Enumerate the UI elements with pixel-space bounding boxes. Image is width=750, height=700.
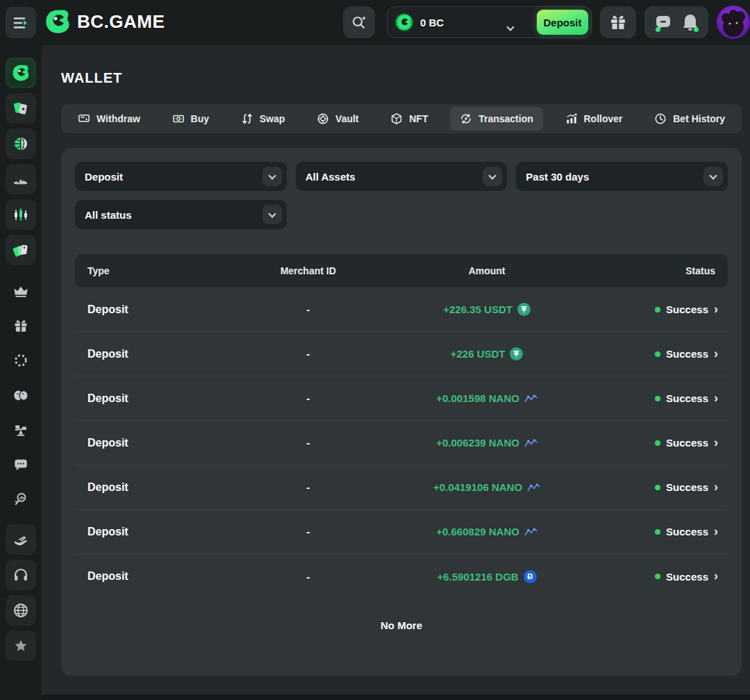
row-status[interactable]: Success › [588,437,728,449]
sidebar-item-staking[interactable] [6,415,36,445]
nano-coin-icon [524,436,538,449]
sidebar-item-lottery[interactable] [6,235,36,265]
sidebar-item-language[interactable] [6,595,36,626]
row-amount: +6.5901216 DGB Đ [386,570,588,583]
sidebar-toggle-button[interactable] [6,7,36,38]
tab-label: Swap [260,113,285,124]
row-merchant-id: - [231,526,386,538]
sidebar-item-support[interactable] [6,560,36,590]
chat-bubble-icon [13,457,28,472]
sidebar-item-favorites[interactable] [6,631,36,661]
row-status[interactable]: Success › [588,303,728,315]
asset-value: All Assets [306,171,356,183]
brand-name: BC.GAME [77,11,165,33]
row-amount: +0.0419106 NANO Đ [386,481,588,494]
success-dot-icon [655,307,660,312]
row-merchant-id: - [231,348,386,360]
success-dot-icon [655,574,660,579]
chevron-down-icon[interactable] [703,167,723,186]
row-status[interactable]: Success › [588,481,728,493]
table-row[interactable]: Deposit - +0.006239 NANO Đ Success › [75,421,728,465]
row-amount: +226.35 USDT Đ [386,303,588,316]
rollover-icon [565,112,578,125]
tab-label: Buy [191,113,209,124]
row-status-text: Success [666,571,708,583]
asset-dropdown[interactable]: All Assets [296,162,508,191]
chevron-down-icon[interactable] [262,205,282,224]
tab-withdraw[interactable]: Withdraw [68,107,150,131]
row-type: Deposit [75,570,231,583]
row-amount-value: +6.5901216 DGB [438,571,519,583]
user-avatar[interactable] [717,6,750,39]
chevron-down-icon[interactable] [262,167,282,186]
row-amount: +226 USDT Đ [386,347,588,360]
row-status[interactable]: Success › [588,571,728,583]
tab-transaction[interactable]: Transaction [450,107,543,131]
rewards-button[interactable] [600,6,636,38]
transaction-type-value: Deposit [85,171,123,183]
main-content: WALLET Withdraw Buy Swap Vault NFT [42,45,750,700]
bell-icon[interactable] [682,13,699,31]
chevron-right-icon: › [714,303,718,315]
tags-icon [12,242,29,258]
status-value: All status [85,209,132,221]
row-type: Deposit [75,526,231,538]
period-dropdown[interactable]: Past 30 days [516,162,728,191]
row-status-text: Success [666,526,708,538]
table-row[interactable]: Deposit - +6.5901216 DGB Đ Success › [75,554,728,599]
sidebar-item-spin[interactable] [6,345,36,376]
row-amount: +0.660829 NANO Đ [386,525,588,538]
column-type: Type [75,265,231,276]
sidebar-item-games[interactable] [6,380,36,410]
deposit-button[interactable]: Deposit [537,10,588,35]
row-amount-value: +0.001598 NANO [436,392,519,404]
period-value: Past 30 days [526,171,589,183]
sidebar-item-sponsorship[interactable] [6,524,36,555]
table-row[interactable]: Deposit - +226 USDT Đ Success › [75,332,728,376]
chevron-down-icon[interactable] [483,167,502,186]
table-row[interactable]: Deposit - +0.001598 NANO Đ Success › [75,376,728,421]
nano-coin-icon [527,481,540,494]
tab-vault[interactable]: Vault [307,107,368,131]
tab-rollover[interactable]: Rollover [556,107,633,131]
transaction-type-dropdown[interactable]: Deposit [75,162,287,191]
sidebar-item-bonus[interactable] [6,310,36,341]
chat-icon[interactable] [654,13,672,31]
sidebar-item-provably-fair[interactable] [6,484,36,515]
table-row[interactable]: Deposit - +226.35 USDT Đ Success › [75,288,728,332]
row-status[interactable]: Success › [588,348,728,360]
tab-bet-history[interactable]: Bet History [644,107,735,131]
tab-label: NFT [409,113,428,124]
hamburger-icon [13,17,28,29]
row-status[interactable]: Success › [588,526,728,538]
tab-buy[interactable]: Buy [162,107,219,131]
tab-swap[interactable]: Swap [231,107,295,131]
tab-nft[interactable]: NFT [381,107,438,131]
sidebar-item-sports[interactable] [6,128,36,159]
balance-selector[interactable]: 0 BC Deposit [387,6,592,38]
sidebar-item-vip[interactable] [6,276,36,306]
table-row[interactable]: Deposit - +0.660829 NANO Đ Success › [75,510,728,554]
dgb-symbol: Đ [527,572,533,581]
success-dot-icon [655,351,660,357]
sidebar-item-trading[interactable] [6,199,36,230]
row-status[interactable]: Success › [588,392,728,404]
sidebar-item-home[interactable] [6,58,36,88]
chevron-right-icon: › [714,481,718,493]
sidebar-item-casino[interactable] [6,93,36,124]
table-row[interactable]: Deposit - +0.0419106 NANO Đ Success › [75,465,728,510]
brand-logo[interactable]: BC.GAME [44,8,165,35]
app-window: BC.GAME 0 BC Deposit [0,0,750,700]
sidebar-item-forum[interactable] [6,449,36,480]
tab-label: Vault [335,113,358,124]
row-amount-value: +0.660829 NANO [436,526,519,538]
swap-icon [241,112,253,125]
row-amount: +0.001598 NANO Đ [386,392,588,405]
sidebar-item-sneaker[interactable] [6,164,36,194]
no-more-label: No More [75,619,728,631]
clock-icon [654,112,667,125]
table-body: Deposit - +226.35 USDT Đ Success › Depos… [75,288,728,599]
row-merchant-id: - [231,437,386,449]
status-dropdown[interactable]: All status [75,200,287,229]
search-button[interactable] [343,6,375,38]
